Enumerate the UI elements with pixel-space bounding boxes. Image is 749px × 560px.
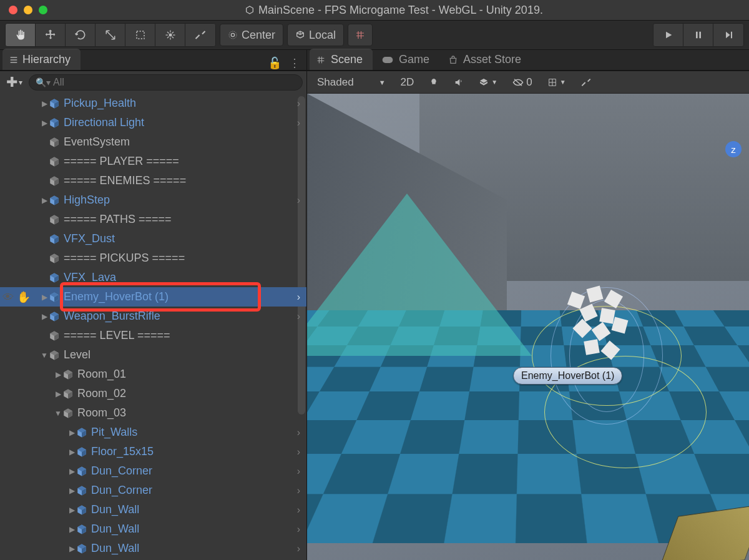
tab-hierarchy[interactable]: Hierarchy <box>2 49 81 70</box>
hierarchy-item[interactable]: ===== LEVEL ===== <box>0 326 306 345</box>
center-icon <box>228 30 238 40</box>
hierarchy-item[interactable]: ▼Room_03 <box>0 403 306 423</box>
item-label: Directional Light <box>64 116 293 129</box>
expand-arrow-icon[interactable]: ▶ <box>40 99 49 108</box>
rect-tool[interactable] <box>125 24 155 46</box>
hierarchy-item[interactable]: ▶Pit_Walls› <box>0 423 306 442</box>
gameobject-icon <box>49 350 60 361</box>
transform-tool[interactable] <box>155 24 185 46</box>
lock-icon[interactable]: 🔓 <box>268 56 281 70</box>
chevron-right-icon[interactable]: › <box>293 311 300 322</box>
expand-arrow-icon[interactable]: ▶ <box>54 370 62 379</box>
chevron-right-icon[interactable]: › <box>293 195 300 206</box>
move-icon <box>44 29 57 41</box>
hierarchy-item[interactable]: ▼Level <box>0 345 306 365</box>
scene-viewport[interactable]: Enemy_HoverBot (1) z <box>307 94 749 560</box>
item-label: Dun_Corner <box>91 484 293 497</box>
chevron-right-icon[interactable]: › <box>293 543 300 554</box>
chevron-right-icon[interactable]: › <box>293 98 300 109</box>
draw-mode-dropdown[interactable]: Shaded▼ <box>312 75 391 90</box>
hierarchy-item[interactable]: ▶Dun_Corner› <box>0 461 306 481</box>
hierarchy-item[interactable]: ▶Pickup_Health› <box>0 94 306 113</box>
custom-tool[interactable] <box>185 24 215 46</box>
move-tool[interactable] <box>36 24 66 46</box>
pivot-rotation[interactable]: Local <box>287 24 344 46</box>
hierarchy-item[interactable]: ▶HighStep› <box>0 190 306 210</box>
item-label: Level <box>64 348 300 361</box>
chevron-right-icon[interactable]: › <box>293 485 300 496</box>
layers-icon <box>479 77 489 87</box>
expand-arrow-icon[interactable]: ▶ <box>54 390 62 398</box>
chevron-right-icon[interactable]: › <box>293 117 300 129</box>
grid-icon <box>355 29 366 41</box>
chevron-right-icon[interactable]: › <box>293 292 300 303</box>
hierarchy-item[interactable]: ▶Directional Light› <box>0 113 306 132</box>
tab-menu-icon[interactable]: ⋮ <box>289 56 300 70</box>
tab-game[interactable]: Game <box>375 49 439 70</box>
expand-arrow-icon[interactable]: ▶ <box>67 525 76 534</box>
hierarchy-item[interactable]: ▶Dun_Corner› <box>0 481 306 500</box>
maximize-icon[interactable] <box>39 6 47 14</box>
pause-button[interactable] <box>683 24 713 46</box>
hierarchy-item[interactable]: ===== PLAYER ===== <box>0 152 306 171</box>
rotate-tool[interactable] <box>66 24 95 46</box>
tab-scene[interactable]: Scene <box>310 49 373 70</box>
chevron-right-icon[interactable]: › <box>293 427 300 438</box>
hierarchy-item[interactable]: ===== PATHS ===== <box>0 210 306 229</box>
hierarchy-item[interactable]: ▶Room_02 <box>0 384 306 403</box>
expand-arrow-icon[interactable]: ▶ <box>67 448 76 456</box>
scale-tool[interactable] <box>95 24 125 46</box>
expand-arrow-icon[interactable]: ▶ <box>67 428 76 437</box>
expand-arrow-icon[interactable]: ▶ <box>67 544 76 553</box>
expand-arrow-icon[interactable]: ▶ <box>67 506 76 514</box>
hierarchy-item[interactable]: ▶Dun_Wall› <box>0 539 306 558</box>
hierarchy-item[interactable]: ▶Room_01 <box>0 365 306 384</box>
hierarchy-item[interactable]: ===== PICKUPS ===== <box>0 248 306 268</box>
hierarchy-item[interactable]: 👁 ✋▶Enemy_HoverBot (1)› <box>0 287 306 307</box>
tab-asset-store[interactable]: Asset Store <box>442 49 531 70</box>
hierarchy-item[interactable]: VFX_Lava <box>0 268 306 287</box>
expand-arrow-icon[interactable]: ▶ <box>40 293 49 302</box>
chevron-right-icon[interactable]: › <box>293 524 300 535</box>
object-label[interactable]: Enemy_HoverBot (1) <box>513 367 622 385</box>
play-button[interactable] <box>654 24 683 46</box>
lighting-toggle[interactable] <box>424 75 444 90</box>
hierarchy-item[interactable]: EventSystem <box>0 132 306 152</box>
hierarchy-item[interactable]: ▶Floor_15x15› <box>0 442 306 461</box>
audio-toggle[interactable] <box>449 75 469 90</box>
expand-arrow-icon[interactable]: ▶ <box>67 486 76 495</box>
wrench-icon <box>195 29 206 41</box>
pivot-mode[interactable]: Center <box>220 24 283 46</box>
grid-snap[interactable] <box>348 24 373 46</box>
hierarchy-item[interactable]: ▶Dun_Wall› <box>0 500 306 519</box>
hierarchy-item[interactable]: ===== ENEMIES ===== <box>0 171 306 190</box>
hierarchy-item[interactable]: VFX_Dust <box>0 229 306 248</box>
search-icon: 🔍▾ <box>36 77 51 87</box>
chevron-right-icon[interactable]: › <box>293 466 300 477</box>
2d-toggle[interactable]: 2D <box>396 74 419 91</box>
hand-tool[interactable] <box>6 24 36 46</box>
minimize-icon[interactable] <box>24 6 32 14</box>
expand-arrow-icon[interactable]: ▼ <box>40 351 49 360</box>
create-button[interactable]: ✚▾ <box>4 74 25 91</box>
tools-dropdown[interactable] <box>576 75 596 90</box>
chevron-right-icon[interactable]: › <box>293 504 300 516</box>
expand-arrow-icon[interactable]: ▶ <box>67 467 76 476</box>
axis-gizmo-z[interactable]: z <box>725 141 742 157</box>
expand-arrow-icon[interactable]: ▼ <box>54 409 62 418</box>
chevron-right-icon[interactable]: › <box>293 446 300 458</box>
hierarchy-item[interactable]: ▶Dun_Wall› <box>0 519 306 539</box>
grid-dropdown[interactable]: ▼ <box>542 75 571 90</box>
search-input[interactable]: 🔍▾ All <box>29 74 303 91</box>
expand-arrow-icon[interactable]: ▶ <box>40 312 49 321</box>
expand-arrow-icon[interactable]: ▶ <box>40 196 49 205</box>
step-button[interactable] <box>713 24 743 46</box>
fx-dropdown[interactable]: ▼ <box>474 75 502 90</box>
expand-arrow-icon[interactable]: ▶ <box>40 119 49 127</box>
visibility-icons[interactable]: 👁 ✋ <box>2 290 31 304</box>
hidden-objects[interactable]: 0 <box>507 74 537 91</box>
step-icon <box>723 30 733 40</box>
hierarchy-tree[interactable]: ▶Pickup_Health›▶Directional Light›EventS… <box>0 94 306 560</box>
hierarchy-item[interactable]: ▶Weapon_BurstRifle› <box>0 307 306 326</box>
close-icon[interactable] <box>9 6 17 14</box>
